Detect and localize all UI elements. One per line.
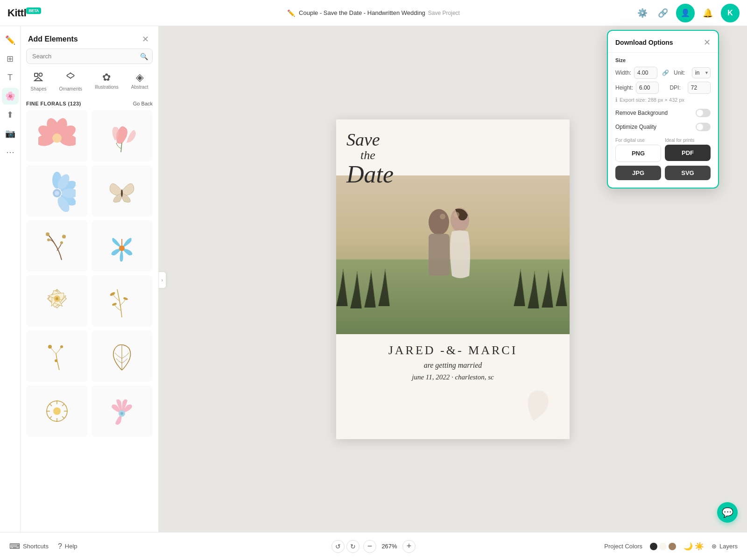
height-input[interactable]	[636, 83, 659, 93]
list-item[interactable]	[92, 275, 153, 327]
svg-line-43	[49, 416, 52, 419]
sidebar-icon-edit[interactable]: ✏️	[2, 32, 19, 49]
user-avatar-ring[interactable]: 👤	[676, 4, 695, 22]
shapes-icon	[33, 71, 44, 85]
png-button[interactable]: PNG	[615, 145, 661, 162]
jpg-button[interactable]: JPG	[615, 166, 661, 180]
dpi-input[interactable]	[688, 83, 711, 93]
list-item[interactable]	[92, 165, 153, 217]
undo-button[interactable]: ↺	[331, 540, 345, 553]
svg-line-40	[49, 404, 52, 406]
optimize-quality-toggle[interactable]	[696, 123, 711, 131]
tab-illustrations[interactable]: ✿ Illustrations	[91, 70, 122, 93]
color-dot-1[interactable]	[650, 543, 657, 550]
user-menu-button[interactable]: K	[721, 4, 740, 22]
list-item[interactable]	[26, 165, 88, 217]
list-item[interactable]	[92, 385, 153, 437]
color-dot-3[interactable]	[669, 543, 676, 550]
pdf-button[interactable]: PDF	[665, 145, 711, 161]
list-item[interactable]	[26, 110, 88, 161]
remove-background-row: Remove Background	[608, 106, 718, 120]
svg-point-33	[55, 359, 57, 362]
illustrations-icon: ✿	[102, 71, 111, 84]
svg-point-31	[48, 345, 52, 349]
layers-icon: ⊛	[712, 543, 717, 550]
script-save: Save	[346, 131, 394, 149]
sidebar-icon-layers[interactable]: ⊞	[2, 50, 19, 67]
unit-select[interactable]: incmpx	[692, 67, 711, 78]
tab-shapes[interactable]: Shapes	[27, 70, 50, 93]
svg-button[interactable]: SVG	[665, 166, 711, 180]
sidebar-icon-text[interactable]: T	[2, 69, 19, 86]
width-input-group: ▲ ▼	[634, 67, 657, 79]
svg-point-20	[46, 232, 49, 236]
download-close-button[interactable]: ✕	[704, 37, 711, 48]
help-button[interactable]: ? Help	[58, 542, 78, 551]
card-photo	[336, 175, 570, 334]
search-input[interactable]	[26, 49, 153, 64]
svg-point-35	[53, 407, 61, 415]
sidebar-icon-upload[interactable]: ⬆	[2, 106, 19, 123]
list-item[interactable]	[26, 275, 88, 327]
search-icon: 🔍	[140, 53, 148, 60]
collapse-panel-button[interactable]: ›	[159, 272, 166, 288]
settings-button[interactable]: ⚙️	[635, 6, 650, 21]
download-options-panel: Download Options ✕ Size Width: ▲ ▼ 🔗 Uni…	[607, 30, 719, 189]
svg-point-21	[47, 238, 50, 241]
color-dot-2[interactable]	[659, 543, 667, 550]
zoom-out-button[interactable]: −	[363, 540, 376, 553]
svg-point-51	[440, 214, 445, 219]
list-item[interactable]	[92, 330, 153, 382]
chevron-right-icon: ›	[162, 278, 163, 283]
chat-bubble-button[interactable]: 💬	[717, 502, 738, 523]
unit-wrapper: incmpx ▼	[692, 67, 711, 78]
close-panel-button[interactable]: ✕	[140, 34, 151, 45]
width-label: Width:	[615, 70, 631, 76]
abstract-label: Abstract	[131, 84, 148, 90]
svg-point-23	[62, 235, 66, 238]
shortcuts-button[interactable]: ⌨ Shortcuts	[9, 542, 49, 551]
svg-point-28	[110, 291, 116, 296]
sidebar-icon-photo[interactable]: 📷	[2, 125, 19, 142]
width-input[interactable]	[634, 68, 657, 78]
layers-button[interactable]: ⊛ Layers	[712, 543, 738, 550]
go-back-button[interactable]: Go Back	[133, 101, 153, 106]
tab-ornaments[interactable]: Ornaments	[56, 70, 86, 93]
list-item[interactable]	[92, 110, 153, 161]
nav-left: KittlBETA	[7, 7, 41, 19]
design-canvas[interactable]: Save the Date	[336, 119, 570, 439]
print-label: Ideal for prints	[665, 138, 711, 143]
zoom-in-button[interactable]: +	[402, 540, 416, 553]
list-item[interactable]	[26, 385, 88, 437]
beta-badge: BETA	[26, 7, 41, 14]
help-label: Help	[65, 543, 78, 550]
sidebar-icon-grid[interactable]: ⋯	[2, 144, 19, 161]
list-item[interactable]	[26, 220, 88, 272]
list-item[interactable]	[26, 330, 88, 382]
redo-button[interactable]: ↻	[346, 540, 359, 553]
sidebar-icon-elements[interactable]: 🌸	[2, 88, 19, 105]
nav-right: ⚙️ 🔗 👤 🔔 K	[635, 4, 740, 22]
top-format-row: For digital use PNG Ideal for prints PDF	[615, 138, 711, 162]
avatar-initial: 👤	[681, 8, 690, 17]
left-icon-sidebar: ✏️ ⊞ T 🌸 ⬆ 📷 ⋯	[0, 26, 21, 532]
tab-abstract[interactable]: ◈ Abstract	[127, 70, 152, 93]
pencil-icon: ✏️	[287, 9, 295, 17]
dpi-label: DPI:	[669, 84, 684, 91]
download-title: Download Options	[615, 39, 673, 46]
save-project-button[interactable]: Save Project	[428, 10, 460, 16]
svg-point-30	[112, 302, 117, 306]
svg-rect-0	[35, 73, 38, 77]
list-item[interactable]	[92, 220, 153, 272]
project-colors-label: Project Colors	[604, 543, 642, 550]
link-icon: 🔗	[662, 70, 669, 76]
notification-button[interactable]: 🔔	[700, 6, 715, 21]
height-row: Height: ▲ ▼ DPI: ▲ ▼	[615, 82, 711, 94]
share-button[interactable]: 🔗	[655, 6, 670, 21]
svg-point-24	[119, 245, 125, 251]
digital-label: For digital use	[615, 138, 661, 143]
remove-background-toggle[interactable]	[696, 109, 711, 117]
getting-married-text: are getting married	[424, 361, 482, 370]
dark-mode-toggle[interactable]: 🌙 ☀️	[684, 542, 704, 551]
ornaments-label: Ornaments	[59, 86, 82, 91]
